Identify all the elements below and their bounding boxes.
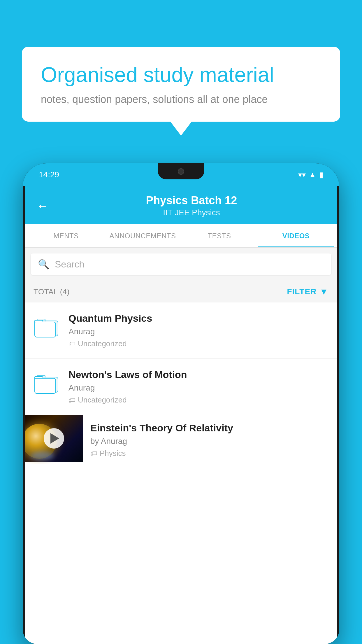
play-button-3[interactable] [44, 428, 64, 449]
search-icon: 🔍 [38, 259, 50, 270]
total-label: TOTAL (4) [34, 287, 70, 296]
video-tag-2: 🏷 Uncategorized [68, 396, 328, 405]
tag-label-1: Uncategorized [78, 339, 127, 348]
tag-icon-2: 🏷 [68, 396, 75, 404]
tag-label-2: Uncategorized [78, 396, 127, 405]
tab-ments[interactable]: MENTS [28, 224, 104, 247]
header-title: Physics Batch 12 [57, 194, 326, 207]
filter-button[interactable]: FILTER ▼ [287, 287, 328, 297]
tab-bar: MENTS ANNOUNCEMENTS TESTS VIDEOS [25, 224, 337, 248]
status-bar: 14:29 ▾▾ ▲ ▮ [23, 163, 339, 186]
phone-notch [158, 163, 204, 179]
video-thumbnail-3 [25, 415, 83, 462]
video-author-3: by Anurag [90, 437, 330, 446]
bubble-title: Organised study material [41, 63, 321, 87]
tag-icon-1: 🏷 [68, 340, 75, 348]
video-info-3: Einstein's Theory Of Relativity by Anura… [83, 415, 337, 464]
tab-tests[interactable]: TESTS [181, 224, 258, 247]
status-time: 14:29 [39, 170, 59, 179]
speech-bubble: Organised study material notes, question… [22, 47, 340, 122]
status-icons: ▾▾ ▲ ▮ [298, 170, 323, 179]
search-bar-container: 🔍 Search [25, 248, 337, 281]
play-triangle-icon [50, 433, 59, 444]
filter-label: FILTER [287, 287, 317, 296]
video-author-1: Anurag [68, 327, 328, 336]
tab-videos[interactable]: VIDEOS [258, 224, 334, 247]
camera-dot [178, 168, 184, 175]
wifi-icon: ▾▾ [298, 170, 306, 179]
app-header: ← Physics Batch 12 IIT JEE Physics [25, 186, 337, 224]
folder-icon-2 [34, 370, 60, 394]
video-item-3[interactable]: Einstein's Theory Of Relativity by Anura… [25, 415, 337, 464]
back-button[interactable]: ← [36, 199, 49, 213]
tag-label-3: Physics [100, 449, 126, 458]
video-author-2: Anurag [68, 383, 328, 393]
header-title-block: Physics Batch 12 IIT JEE Physics [57, 194, 326, 217]
battery-icon: ▮ [319, 170, 323, 179]
speech-bubble-card: Organised study material notes, question… [22, 47, 340, 122]
signal-icon: ▲ [309, 170, 316, 179]
thumbnail-glow [31, 452, 54, 460]
tab-announcements[interactable]: ANNOUNCEMENTS [104, 224, 181, 247]
video-title-3: Einstein's Theory Of Relativity [90, 422, 330, 434]
video-title-2: Newton's Laws of Motion [68, 369, 328, 380]
video-tag-3: 🏷 Physics [90, 449, 330, 458]
video-item-1[interactable]: Quantum Physics Anurag 🏷 Uncategorized [25, 302, 337, 359]
tag-icon-3: 🏷 [90, 449, 97, 458]
bubble-subtitle: notes, question papers, solutions all at… [41, 93, 321, 106]
video-tag-1: 🏷 Uncategorized [68, 339, 328, 348]
filter-row: TOTAL (4) FILTER ▼ [25, 281, 337, 302]
search-placeholder: Search [55, 259, 84, 270]
filter-funnel-icon: ▼ [319, 287, 328, 297]
phone-screen: ← Physics Batch 12 IIT JEE Physics MENTS… [25, 186, 337, 644]
search-bar[interactable]: 🔍 Search [31, 253, 331, 275]
video-info-2: Newton's Laws of Motion Anurag 🏷 Uncateg… [68, 369, 328, 405]
video-item-2[interactable]: Newton's Laws of Motion Anurag 🏷 Uncateg… [25, 359, 337, 415]
video-info-1: Quantum Physics Anurag 🏷 Uncategorized [68, 313, 328, 348]
video-list: Quantum Physics Anurag 🏷 Uncategorized [25, 302, 337, 464]
folder-icon-1 [34, 314, 60, 337]
video-title-1: Quantum Physics [68, 313, 328, 324]
header-subtitle: IIT JEE Physics [57, 208, 326, 217]
phone-frame: 14:29 ▾▾ ▲ ▮ ← Physics Batch 12 IIT JEE … [23, 163, 339, 644]
